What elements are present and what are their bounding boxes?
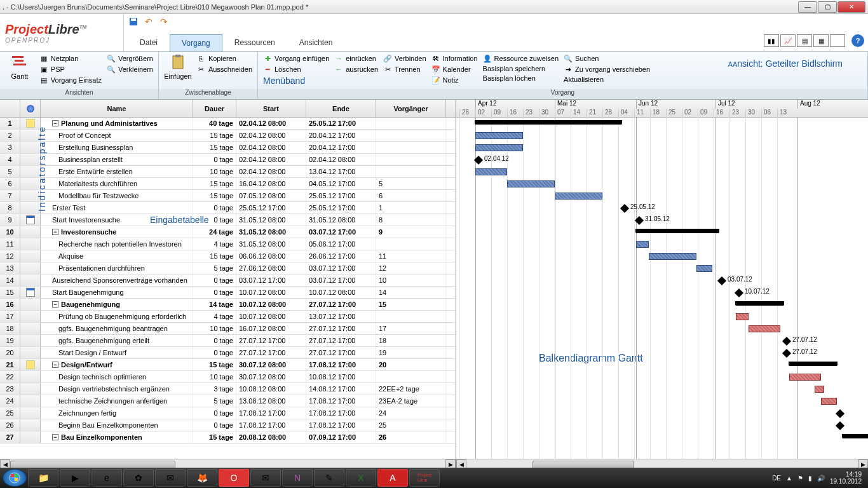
task-name-cell[interactable]: Zeichnungen fertig bbox=[41, 407, 193, 419]
tray-clock[interactable]: 14:1919.10.2012 bbox=[830, 471, 862, 485]
pred-cell[interactable] bbox=[376, 118, 446, 129]
pred-cell[interactable]: 26 bbox=[376, 431, 446, 443]
duration-cell[interactable]: 5 tage bbox=[193, 395, 236, 407]
taskbar-app2[interactable]: ✉ bbox=[155, 469, 186, 487]
table-row[interactable]: 13Präsentationen durchführen5 tage27.06.… bbox=[0, 262, 456, 274]
pred-cell[interactable]: 22EE+2 tage bbox=[376, 383, 446, 395]
ausruecken-button[interactable]: ←ausrücken bbox=[333, 64, 379, 74]
minimize-button[interactable]: — bbox=[798, 1, 817, 13]
table-row[interactable]: 6Materialtests durchführen15 tage16.04.1… bbox=[0, 178, 456, 190]
start-cell[interactable]: 13.08.12 08:00 bbox=[236, 395, 306, 407]
basisplan-loeschen-button[interactable]: Basisplan löchen bbox=[482, 74, 560, 83]
duration-cell[interactable]: 15 tage bbox=[193, 142, 236, 153]
verbinden-button[interactable]: 🔗Verbinden bbox=[382, 53, 428, 64]
task-bar[interactable] bbox=[475, 168, 507, 175]
pred-cell[interactable] bbox=[376, 311, 446, 322]
task-name-cell[interactable]: Design vertriebstechnisch ergänzen bbox=[41, 383, 193, 395]
pred-cell[interactable]: 20 bbox=[376, 359, 446, 370]
start-cell[interactable]: 06.06.12 08:00 bbox=[236, 250, 306, 262]
start-cell[interactable]: 17.08.12 17:00 bbox=[236, 419, 306, 431]
pred-cell[interactable]: 23EA-2 tage bbox=[376, 395, 446, 407]
duration-cell[interactable]: 14 tage bbox=[193, 299, 236, 310]
start-cell[interactable]: 10.08.12 08:00 bbox=[236, 383, 306, 395]
start-cell[interactable]: 10.07.12 08:00 bbox=[236, 287, 306, 298]
ausschneiden-button[interactable]: ✂Ausschneiden bbox=[196, 64, 254, 74]
duration-cell[interactable]: 0 tage bbox=[193, 407, 236, 419]
tray-net-icon[interactable]: ▮ bbox=[808, 475, 812, 482]
task-name-cell[interactable]: Beginn Bau Einzelkomponenten bbox=[41, 419, 193, 431]
duration-cell[interactable]: 15 tage bbox=[193, 190, 236, 201]
gantt-button[interactable]: Gantt bbox=[4, 53, 36, 80]
table-row[interactable]: 18ggfs. Baugenehmigung beantragen10 tage… bbox=[0, 323, 456, 335]
tab-datei[interactable]: Datei bbox=[128, 34, 170, 51]
summary-bar[interactable] bbox=[636, 229, 719, 233]
information-button[interactable]: 🛠Information bbox=[430, 53, 479, 64]
table-row[interactable]: 27−Bau Einzelkomponenten15 tage20.08.12 … bbox=[0, 431, 456, 444]
duration-cell[interactable]: 0 tage bbox=[193, 154, 236, 165]
start-cell[interactable]: 02.04.12 08:00 bbox=[236, 154, 306, 165]
outline-toggle[interactable]: − bbox=[52, 229, 58, 235]
loeschen-button[interactable]: ━Löschen bbox=[262, 64, 330, 74]
end-cell[interactable]: 04.05.12 17:00 bbox=[306, 178, 376, 189]
pred-cell[interactable]: 5 bbox=[376, 178, 446, 189]
task-name-cell[interactable]: Design technisch optimieren bbox=[41, 371, 193, 383]
taskbar-firefox[interactable]: 🦊 bbox=[187, 469, 217, 487]
task-name-cell[interactable]: Materialtests durchführen bbox=[41, 178, 193, 189]
task-bar[interactable] bbox=[475, 144, 523, 151]
start-cell[interactable]: 02.04.12 08:00 bbox=[236, 166, 306, 177]
milestone[interactable] bbox=[836, 409, 844, 418]
task-name-cell[interactable]: −Investorensuche bbox=[41, 226, 193, 238]
tray-lang[interactable]: DE bbox=[772, 475, 781, 482]
duration-cell[interactable]: 0 tage bbox=[193, 274, 236, 286]
end-cell[interactable]: 27.07.12 17:00 bbox=[306, 299, 376, 310]
task-bar[interactable] bbox=[649, 253, 696, 260]
vorgang-einfuegen-button[interactable]: ✚Vorgang einfügen bbox=[262, 53, 330, 64]
table-row[interactable]: 24technische Zeichnungen anfertigen5 tag… bbox=[0, 395, 456, 407]
start-cell[interactable]: 07.05.12 08:00 bbox=[236, 190, 306, 201]
summary-bar[interactable] bbox=[789, 362, 837, 366]
task-name-cell[interactable]: Erste Entwürfe erstellen bbox=[41, 166, 193, 177]
tab-ressourcen[interactable]: Ressourcen bbox=[222, 34, 287, 51]
task-name-cell[interactable]: ggfs. Baugenehmigung erteilt bbox=[41, 335, 193, 346]
outline-toggle[interactable]: − bbox=[52, 120, 58, 126]
end-cell[interactable]: 10.07.12 08:00 bbox=[306, 287, 376, 298]
end-cell[interactable]: 25.05.12 17:00 bbox=[306, 190, 376, 201]
view-icon-3[interactable]: ▤ bbox=[797, 34, 812, 47]
task-bar[interactable] bbox=[475, 132, 523, 139]
start-cell[interactable]: 02.04.12 08:00 bbox=[236, 118, 306, 129]
task-name-cell[interactable]: Prüfung ob Baugenehmigung erforderlich bbox=[41, 311, 193, 322]
duration-cell[interactable]: 10 tage bbox=[193, 166, 236, 177]
task-bar[interactable] bbox=[636, 241, 649, 248]
start-cell[interactable]: 30.07.12 08:00 bbox=[236, 359, 306, 370]
aktualisieren-button[interactable]: Aktualisieren bbox=[562, 75, 651, 84]
view-icon-5[interactable] bbox=[830, 34, 845, 47]
table-row[interactable]: 23Design vertriebstechnisch ergänzen3 ta… bbox=[0, 383, 456, 395]
duration-cell[interactable]: 15 tage bbox=[193, 178, 236, 189]
pred-cell[interactable]: 17 bbox=[376, 323, 446, 334]
task-bar[interactable] bbox=[789, 374, 821, 381]
pred-cell[interactable] bbox=[376, 142, 446, 153]
start-cell[interactable]: 16.04.12 08:00 bbox=[236, 178, 306, 189]
table-body[interactable]: Indicatorspalte Eingabetabelle 1−Planung… bbox=[0, 118, 456, 459]
end-cell[interactable]: 17.08.12 17:00 bbox=[306, 407, 376, 419]
pred-cell[interactable]: 25 bbox=[376, 419, 446, 431]
taskbar-app1[interactable]: ✿ bbox=[123, 469, 154, 487]
table-row[interactable]: 21−Design/Entwurf15 tage30.07.12 08:0017… bbox=[0, 359, 456, 371]
summary-bar[interactable] bbox=[475, 120, 621, 125]
col-indicator[interactable] bbox=[20, 100, 41, 117]
end-cell[interactable]: 03.07.12 17:00 bbox=[306, 262, 376, 274]
duration-cell[interactable]: 0 tage bbox=[193, 214, 236, 226]
end-cell[interactable]: 27.07.12 17:00 bbox=[306, 347, 376, 358]
table-row[interactable]: 4Businessplan erstellt0 tage02.04.12 08:… bbox=[0, 154, 456, 166]
task-bar[interactable] bbox=[749, 325, 780, 332]
end-cell[interactable]: 13.04.12 17:00 bbox=[306, 166, 376, 177]
table-row[interactable]: 9Start Investorensuche0 tage31.05.12 08:… bbox=[0, 214, 456, 226]
view-icon-2[interactable]: 📈 bbox=[780, 34, 796, 47]
start-cell[interactable]: 30.07.12 08:00 bbox=[236, 371, 306, 383]
zu-vorgang-button[interactable]: ➜Zu vorgang verschieben bbox=[562, 64, 651, 74]
start-cell[interactable]: 27.07.12 17:00 bbox=[236, 335, 306, 346]
task-name-cell[interactable]: Modellbau für Testzwecke bbox=[41, 190, 193, 201]
table-row[interactable]: 26Beginn Bau Einzelkomponenten0 tage17.0… bbox=[0, 419, 456, 431]
table-row[interactable]: 10−Investorensuche24 tage31.05.12 08:000… bbox=[0, 226, 456, 238]
table-row[interactable]: 1−Planung und Administartives40 tage02.0… bbox=[0, 118, 456, 130]
